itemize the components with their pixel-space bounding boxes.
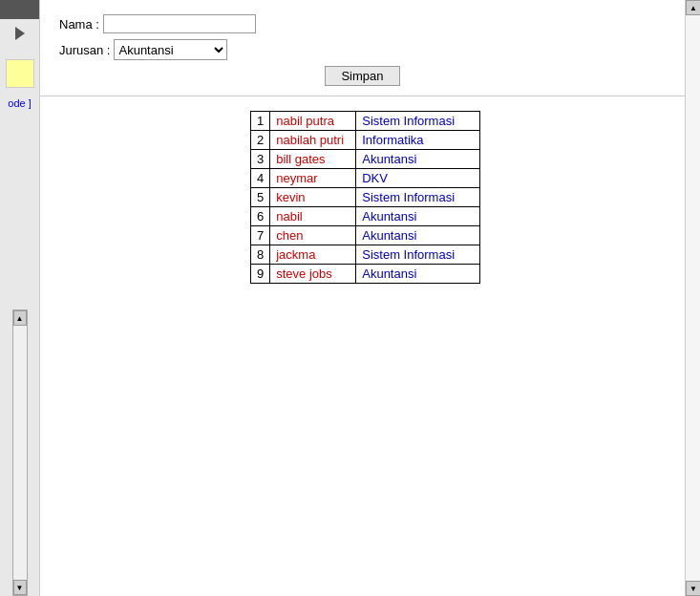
jurusan-label: Jurusan : xyxy=(59,43,110,57)
table-cell-no: 8 xyxy=(251,245,270,265)
table-row: 4neymarDKV xyxy=(251,169,480,188)
simpan-container: Simpan xyxy=(59,66,666,86)
table-cell-name: kevin xyxy=(270,188,356,207)
table-cell-name: nabil putra xyxy=(270,112,356,131)
table-cell-jurusan: Sistem Informasi xyxy=(356,245,480,265)
table-row: 1nabil putraSistem Informasi xyxy=(251,112,480,131)
table-cell-no: 9 xyxy=(251,265,270,284)
jurusan-select[interactable]: Akuntansi Sistem Informasi Informatika D… xyxy=(114,39,227,60)
table-cell-no: 7 xyxy=(251,226,270,245)
main-content: Nama : Jurusan : Akuntansi Sistem Inform… xyxy=(40,0,685,596)
nama-input[interactable] xyxy=(103,14,256,33)
table-cell-no: 3 xyxy=(251,150,270,169)
nama-row: Nama : xyxy=(59,14,666,33)
right-scroll-down-button[interactable]: ▼ xyxy=(686,581,700,596)
table-cell-jurusan: Akuntansi xyxy=(356,265,480,284)
table-cell-jurusan: Sistem Informasi xyxy=(356,188,480,207)
table-cell-name: chen xyxy=(270,226,356,245)
table-row: 2nabilah putriInformatika xyxy=(251,131,480,150)
table-cell-no: 5 xyxy=(251,188,270,207)
table-cell-name: nabilah putri xyxy=(270,131,356,150)
scroll-up-button[interactable]: ▲ xyxy=(13,310,27,326)
jurusan-row: Jurusan : Akuntansi Sistem Informasi Inf… xyxy=(59,39,666,60)
table-cell-jurusan: Akuntansi xyxy=(356,207,480,226)
table-cell-no: 1 xyxy=(251,112,270,131)
sidebar-arrow-icon[interactable] xyxy=(15,27,25,40)
table-cell-name: steve jobs xyxy=(270,265,356,284)
sidebar-code-label: ode ] xyxy=(8,97,31,109)
table-cell-name: jackma xyxy=(270,245,356,265)
sidebar-note xyxy=(6,59,34,88)
table-cell-no: 2 xyxy=(251,131,270,150)
right-scroll-track xyxy=(686,15,700,581)
table-cell-jurusan: Informatika xyxy=(356,131,480,150)
simpan-button[interactable]: Simpan xyxy=(325,66,399,86)
scroll-track xyxy=(13,326,27,580)
table-row: 7chenAkuntansi xyxy=(251,226,480,245)
table-row: 5kevinSistem Informasi xyxy=(251,188,480,207)
form-section: Nama : Jurusan : Akuntansi Sistem Inform… xyxy=(40,10,685,96)
data-table: 1nabil putraSistem Informasi2nabilah put… xyxy=(250,111,480,284)
table-cell-name: bill gates xyxy=(270,150,356,169)
table-cell-no: 4 xyxy=(251,169,270,188)
table-cell-jurusan: Akuntansi xyxy=(356,226,480,245)
table-row: 3bill gatesAkuntansi xyxy=(251,150,480,169)
sidebar-scrollbar: ▲ ▼ xyxy=(12,309,28,596)
nama-label: Nama : xyxy=(59,17,99,32)
scroll-down-button[interactable]: ▼ xyxy=(13,580,27,595)
table-row: 6nabilAkuntansi xyxy=(251,207,480,226)
sidebar-top-bar xyxy=(0,0,39,19)
table-cell-jurusan: Akuntansi xyxy=(356,150,480,169)
table-cell-no: 6 xyxy=(251,207,270,226)
sidebar: ode ] ▲ ▼ xyxy=(0,0,40,596)
table-row: 9steve jobsAkuntansi xyxy=(251,265,480,284)
right-scroll-up-button[interactable]: ▲ xyxy=(686,0,700,15)
table-cell-name: neymar xyxy=(270,169,356,188)
table-cell-name: nabil xyxy=(270,207,356,226)
right-scrollbar: ▲ ▼ xyxy=(685,0,700,596)
table-section: 1nabil putraSistem Informasi2nabilah put… xyxy=(40,96,685,298)
content-wrapper: Nama : Jurusan : Akuntansi Sistem Inform… xyxy=(40,0,685,596)
table-cell-jurusan: Sistem Informasi xyxy=(356,112,480,131)
table-row: 8jackmaSistem Informasi xyxy=(251,245,480,265)
table-cell-jurusan: DKV xyxy=(356,169,480,188)
